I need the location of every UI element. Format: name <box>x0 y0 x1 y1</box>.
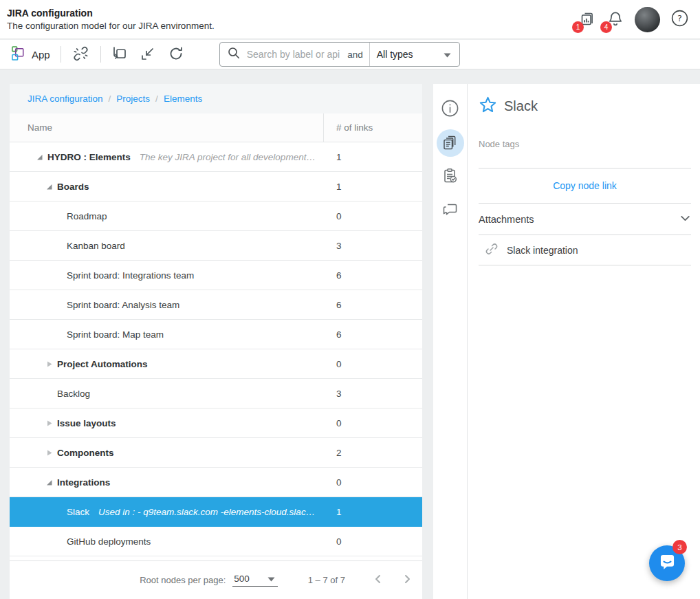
page-subtitle: The configuration model for our JIRA env… <box>7 21 215 31</box>
links-count: 6 <box>323 300 422 310</box>
table-row[interactable]: Integrations0 <box>10 468 422 497</box>
help-icon: ? <box>670 9 689 30</box>
detail-panel: Slack Node tags Copy node link Attachmen… <box>433 84 700 599</box>
refresh-icon <box>168 45 184 64</box>
links-count: 3 <box>323 389 422 399</box>
links-count: 0 <box>323 418 422 428</box>
chat-badge: 3 <box>672 540 687 554</box>
collapsed-caret-icon[interactable] <box>45 360 57 368</box>
pagination-footer: Root nodes per page: 500 1 – 7 of 7 <box>10 560 422 599</box>
expanded-caret-icon[interactable] <box>45 183 57 190</box>
links-count: 6 <box>323 270 422 281</box>
copy-node-button[interactable] <box>110 44 129 65</box>
breadcrumb-item-jira-configuration[interactable]: JIRA configuration <box>28 94 103 104</box>
table-row[interactable]: Issue layouts0 <box>10 409 422 438</box>
pages-tab-button[interactable] <box>437 129 464 157</box>
table-row[interactable]: GitHub deployments0 <box>10 527 422 556</box>
info-tab-button[interactable] <box>437 96 464 123</box>
table-row[interactable]: Backlog3 <box>10 379 422 409</box>
attachment-item[interactable]: Slack integration <box>479 235 691 265</box>
copy-node-link[interactable]: Copy node link <box>553 180 617 191</box>
links-count: 1 <box>323 182 422 192</box>
collapse-all-button[interactable] <box>138 44 157 65</box>
column-header-links[interactable]: # of links <box>323 113 422 142</box>
collapsed-caret-icon[interactable] <box>45 449 57 457</box>
node-label: Issue layouts <box>57 418 116 428</box>
avatar[interactable] <box>635 7 660 32</box>
search-icon <box>228 47 240 62</box>
chevron-down-icon <box>444 49 451 60</box>
per-page-value: 500 <box>234 574 250 584</box>
search-box: and All types <box>219 42 460 67</box>
table-row[interactable]: SlackUsed in : - q9team.slack.com -eleme… <box>10 497 422 527</box>
node-label: HYDRO : Elements <box>47 152 131 162</box>
comments-icon <box>441 201 459 221</box>
table-row[interactable]: Sprint board: Map team6 <box>10 320 422 349</box>
unlink-button[interactable] <box>70 44 91 65</box>
search-input[interactable] <box>245 48 347 61</box>
table-row[interactable]: Boards1 <box>10 172 422 202</box>
collapsed-caret-icon[interactable] <box>45 420 57 427</box>
favorite-button[interactable] <box>479 96 497 116</box>
expanded-caret-icon[interactable] <box>36 153 47 161</box>
node-label: Slack <box>67 507 89 517</box>
app-icon <box>11 45 27 63</box>
table-header: Name # of links <box>10 113 422 142</box>
table-row[interactable]: Components2 <box>10 438 422 468</box>
collapse-all-icon <box>140 45 156 64</box>
node-label: Backlog <box>57 389 90 399</box>
table-row[interactable]: Roadmap0 <box>10 202 422 231</box>
notifications-button[interactable]: 4 <box>606 10 624 30</box>
breadcrumb-separator: / <box>155 94 158 104</box>
tree-rows: HYDRO : ElementsThe key JIRA project for… <box>10 142 422 556</box>
links-count: 0 <box>323 211 422 221</box>
table-row[interactable]: Sprint board: Analysis team6 <box>10 290 422 320</box>
expanded-caret-icon[interactable] <box>45 479 57 486</box>
checklist-icon <box>441 167 459 187</box>
breadcrumb-item-elements[interactable]: Elements <box>164 94 202 104</box>
node-label: Project Automations <box>57 359 148 369</box>
detail-title-row: Slack <box>479 96 691 116</box>
node-label: GitHub deployments <box>67 536 151 547</box>
breadcrumb-item-projects[interactable]: Projects <box>116 94 150 104</box>
chat-launcher-button[interactable]: 3 <box>649 545 685 581</box>
chevron-left-icon <box>373 574 384 587</box>
table-row[interactable]: Project Automations0 <box>10 349 422 379</box>
type-filter-select[interactable]: All types <box>370 43 459 66</box>
type-filter-value: All types <box>377 49 413 60</box>
comments-tab-button[interactable] <box>437 197 464 224</box>
info-icon <box>440 98 460 120</box>
node-label: Boards <box>57 182 89 192</box>
table-row[interactable]: Kanban board3 <box>10 231 422 261</box>
chevron-right-icon <box>402 574 413 587</box>
column-header-name[interactable]: Name <box>10 113 323 142</box>
chevron-down-icon <box>679 213 691 226</box>
links-count: 3 <box>323 241 422 251</box>
refresh-button[interactable] <box>166 44 186 65</box>
links-count: 0 <box>323 359 422 369</box>
links-count: 6 <box>323 329 422 340</box>
help-button[interactable]: ? <box>670 9 689 30</box>
unlink-icon <box>72 45 90 64</box>
page-titles: JIRA configuration The configuration mod… <box>7 8 215 31</box>
app-button[interactable]: App <box>10 44 52 65</box>
node-label: Sprint board: Analysis team <box>67 300 179 310</box>
per-page-select[interactable]: 500 <box>232 574 278 587</box>
attachments-section-header[interactable]: Attachments <box>479 204 691 235</box>
previous-page-button[interactable] <box>370 571 386 589</box>
table-row[interactable]: Sprint board: Integrations team6 <box>10 261 422 290</box>
node-label: Sprint board: Integrations team <box>67 270 194 281</box>
detail-content: Slack Node tags Copy node link Attachmen… <box>468 84 700 599</box>
table-row[interactable]: HYDRO : ElementsThe key JIRA project for… <box>10 142 422 172</box>
attachments-label: Attachments <box>479 214 534 225</box>
checklist-tab-button[interactable] <box>437 163 464 190</box>
next-page-button[interactable] <box>399 571 415 589</box>
node-label: Kanban board <box>67 241 125 251</box>
whats-new-button[interactable]: 1 <box>578 10 596 30</box>
node-label: Integrations <box>57 477 110 488</box>
links-count: 0 <box>323 477 422 488</box>
breadcrumb: JIRA configuration / Projects / Elements <box>10 84 422 113</box>
breadcrumb-separator: / <box>109 94 111 104</box>
node-description: Used in : - q9team.slack.com -elements-c… <box>98 507 323 517</box>
per-page-label: Root nodes per page: <box>140 575 226 585</box>
